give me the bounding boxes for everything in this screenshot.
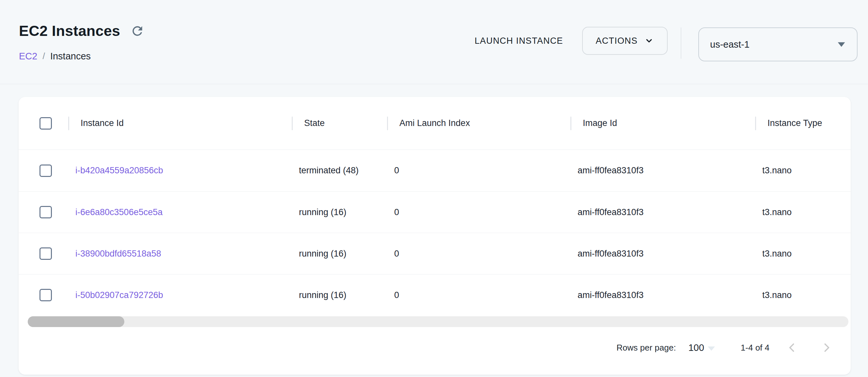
refresh-button[interactable]	[129, 23, 146, 39]
rows-per-page-value: 100	[688, 342, 704, 353]
cell-ami-launch-index: 0	[387, 275, 570, 316]
column-header-label: Ami Launch Index	[399, 118, 470, 128]
breadcrumb-current: Instances	[50, 51, 91, 62]
cell-image-id: ami-ff0fea8310f3	[570, 192, 755, 233]
breadcrumb-ec2-link[interactable]: EC2	[19, 51, 37, 62]
table-row: i-6e6a80c3506e5ce5a running (16) 0 ami-f…	[19, 191, 851, 233]
row-checkbox[interactable]	[39, 289, 52, 301]
column-header-label: Image Id	[583, 118, 617, 128]
instances-table-card: Instance Id State Ami Launch Index Image…	[19, 97, 851, 375]
actions-button-label: ACTIONS	[596, 36, 638, 46]
horizontal-scrollbar-track[interactable]	[28, 316, 848, 327]
table-row: i-38900bdfd65518a58 running (16) 0 ami-f…	[19, 233, 851, 274]
table-header-row: Instance Id State Ami Launch Index Image…	[19, 97, 851, 150]
cell-instance-id: i-6e6a80c3506e5ce5a	[68, 192, 292, 233]
cell-state: terminated (48)	[292, 150, 387, 191]
region-select-value: us-east-1	[710, 39, 838, 50]
horizontal-scrollbar-thumb[interactable]	[28, 316, 124, 327]
page-title: EC2 Instances	[19, 23, 120, 38]
cell-image-id: ami-ff0fea8310f3	[570, 275, 755, 316]
chevron-down-icon	[644, 36, 654, 46]
table-row: i-b420a4559a20856cb terminated (48) 0 am…	[19, 150, 851, 191]
column-separator[interactable]	[292, 117, 293, 130]
row-select-cell	[19, 164, 68, 177]
cell-instance-id: i-50b02907ca792726b	[68, 275, 292, 316]
instance-id-link[interactable]: i-50b02907ca792726b	[75, 290, 163, 300]
column-header-instance-type[interactable]: Instance Type	[755, 97, 851, 150]
next-page-button[interactable]	[818, 339, 835, 356]
row-checkbox[interactable]	[39, 206, 52, 218]
row-checkbox[interactable]	[39, 247, 52, 260]
row-select-cell	[19, 206, 68, 218]
column-separator[interactable]	[68, 117, 69, 130]
table-row: i-50b02907ca792726b running (16) 0 ami-f…	[19, 274, 851, 316]
triangle-down-icon	[708, 346, 715, 351]
breadcrumb-separator: /	[42, 51, 45, 61]
row-select-cell	[19, 289, 68, 301]
header-title-block: EC2 Instances EC2 / Instances	[19, 0, 146, 84]
column-header-label: Instance Id	[81, 118, 124, 128]
previous-page-button[interactable]	[783, 339, 801, 356]
cell-ami-launch-index: 0	[387, 150, 570, 191]
rows-per-page-label: Rows per page:	[616, 343, 676, 353]
chevron-left-icon	[785, 341, 799, 354]
column-header-instance-id[interactable]: Instance Id	[68, 97, 292, 150]
instance-id-link[interactable]: i-38900bdfd65518a58	[75, 249, 161, 259]
column-header-label: State	[304, 118, 325, 128]
column-header-image-id[interactable]: Image Id	[570, 97, 755, 150]
header-toolbar: LAUNCH INSTANCE ACTIONS us-east-1	[472, 0, 858, 84]
column-separator[interactable]	[387, 117, 388, 130]
cell-ami-launch-index: 0	[387, 192, 570, 233]
select-all-checkbox[interactable]	[39, 117, 52, 130]
select-all-cell	[19, 117, 68, 130]
cell-instance-type: t3.nano	[755, 233, 851, 274]
row-select-cell	[19, 247, 68, 260]
row-checkbox[interactable]	[39, 164, 52, 177]
breadcrumb: EC2 / Instances	[19, 51, 146, 62]
launch-instance-button[interactable]: LAUNCH INSTANCE	[472, 27, 566, 55]
column-separator[interactable]	[755, 117, 756, 130]
actions-button[interactable]: ACTIONS	[582, 27, 668, 55]
cell-instance-id: i-b420a4559a20856cb	[68, 150, 292, 191]
cell-instance-type: t3.nano	[755, 192, 851, 233]
cell-instance-id: i-38900bdfd65518a58	[68, 233, 292, 274]
page-header: EC2 Instances EC2 / Instances LAUNCH INS…	[0, 0, 868, 84]
cell-ami-launch-index: 0	[387, 233, 570, 274]
cell-image-id: ami-ff0fea8310f3	[570, 233, 755, 274]
region-select[interactable]: us-east-1	[698, 27, 858, 61]
column-separator[interactable]	[570, 117, 571, 130]
column-header-state[interactable]: State	[292, 97, 387, 150]
cell-state: running (16)	[292, 275, 387, 316]
column-header-ami-launch-index[interactable]: Ami Launch Index	[387, 97, 570, 150]
column-header-label: Instance Type	[768, 118, 822, 128]
pagination-range-label: 1-4 of 4	[741, 343, 770, 353]
chevron-right-icon	[820, 341, 833, 354]
table-pagination: Rows per page: 100 1-4 of 4	[19, 327, 851, 375]
refresh-icon	[130, 24, 145, 38]
triangle-down-icon	[838, 42, 845, 47]
rows-per-page-select[interactable]: 100	[688, 342, 715, 353]
cell-instance-type: t3.nano	[755, 150, 851, 191]
cell-instance-type: t3.nano	[755, 275, 851, 316]
cell-state: running (16)	[292, 192, 387, 233]
cell-state: running (16)	[292, 233, 387, 274]
cell-image-id: ami-ff0fea8310f3	[570, 150, 755, 191]
toolbar-divider	[681, 27, 681, 59]
ec2-instances-page: EC2 Instances EC2 / Instances LAUNCH INS…	[0, 0, 868, 377]
instance-id-link[interactable]: i-6e6a80c3506e5ce5a	[75, 207, 162, 217]
instance-id-link[interactable]: i-b420a4559a20856cb	[75, 165, 163, 176]
